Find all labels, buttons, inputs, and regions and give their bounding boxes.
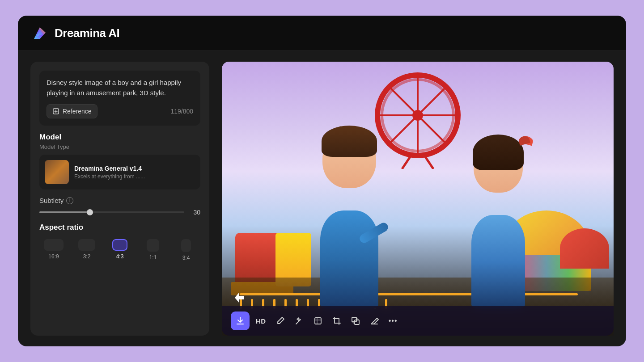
aspect-box-16-9 bbox=[44, 239, 64, 251]
aspect-ratio-section: Aspect ratio 16:9 3:2 4:3 bbox=[39, 223, 200, 261]
aspect-label-16-9: 16:9 bbox=[48, 253, 59, 260]
more-button[interactable]: ••• bbox=[385, 313, 401, 329]
aspect-box-1-1 bbox=[147, 239, 159, 252]
aspect-label-3-4: 3:4 bbox=[182, 255, 190, 261]
resize-icon bbox=[351, 316, 360, 325]
aspect-ratio-title: Aspect ratio bbox=[39, 223, 200, 232]
eraser-icon bbox=[370, 316, 379, 325]
model-info: Dreamina General v1.4 Excels at everythi… bbox=[74, 165, 145, 180]
image-container: HD bbox=[222, 62, 614, 336]
pencil-icon bbox=[276, 316, 285, 325]
model-section-title: Model bbox=[39, 133, 200, 142]
aspect-option-4-3[interactable]: 4:3 bbox=[106, 239, 134, 261]
prompt-text: Disney style image of a boy and a girl h… bbox=[47, 78, 193, 98]
expand-icon bbox=[314, 316, 322, 325]
edit-button[interactable] bbox=[272, 313, 288, 329]
prompt-area: Disney style image of a boy and a girl h… bbox=[39, 71, 200, 126]
subtlety-slider-track bbox=[39, 211, 184, 213]
aspect-option-1-1[interactable]: 1:1 bbox=[139, 239, 167, 261]
prompt-footer: Reference 119/800 bbox=[47, 104, 193, 118]
download-icon bbox=[235, 316, 245, 326]
subtlety-label: Subtlety bbox=[39, 197, 64, 204]
char-count: 119/800 bbox=[170, 108, 193, 115]
girl-character bbox=[453, 130, 543, 309]
crop-icon bbox=[332, 316, 341, 325]
right-panel: HD bbox=[222, 62, 614, 336]
subtlety-slider-row: 30 bbox=[39, 209, 200, 216]
svg-line-8 bbox=[402, 156, 411, 169]
svg-rect-12 bbox=[355, 320, 359, 324]
svg-rect-10 bbox=[315, 318, 321, 324]
aspect-label-1-1: 1:1 bbox=[149, 254, 157, 261]
hd-button[interactable]: HD bbox=[252, 315, 270, 328]
aspect-box-3-4 bbox=[181, 239, 191, 252]
main-content: Disney style image of a boy and a girl h… bbox=[18, 51, 626, 346]
aspect-option-3-2[interactable]: 3:2 bbox=[72, 239, 101, 261]
model-section: Model Model Type Dreamina General v1.4 E… bbox=[39, 133, 200, 189]
resize-button[interactable] bbox=[347, 313, 364, 329]
download-button[interactable] bbox=[231, 311, 250, 330]
aspect-label-4-3: 4:3 bbox=[116, 253, 124, 260]
expand-button[interactable] bbox=[310, 313, 326, 329]
model-section-subtitle: Model Type bbox=[39, 143, 200, 150]
magic-icon bbox=[295, 316, 304, 325]
aspect-ratio-grid: 16:9 3:2 4:3 1:1 bbox=[39, 239, 200, 261]
header: Dreamina AI bbox=[18, 16, 626, 51]
aspect-box-4-3 bbox=[112, 239, 127, 251]
reference-icon bbox=[52, 108, 59, 115]
subtlety-info-icon[interactable]: i bbox=[66, 197, 73, 204]
boy-character bbox=[300, 121, 398, 309]
aspect-box-3-2 bbox=[78, 239, 95, 251]
crop-button[interactable] bbox=[329, 313, 345, 329]
model-thumbnail bbox=[45, 160, 69, 184]
model-card[interactable]: Dreamina General v1.4 Excels at everythi… bbox=[39, 155, 200, 189]
model-name: Dreamina General v1.4 bbox=[74, 165, 145, 172]
svg-rect-11 bbox=[352, 317, 356, 322]
aspect-option-16-9[interactable]: 16:9 bbox=[39, 239, 68, 261]
reference-button[interactable]: Reference bbox=[47, 104, 97, 118]
svg-point-7 bbox=[412, 110, 423, 121]
aspect-label-3-2: 3:2 bbox=[83, 253, 91, 260]
park-background bbox=[222, 62, 614, 336]
more-dots-icon: ••• bbox=[389, 317, 398, 325]
eraser-button[interactable] bbox=[366, 313, 382, 329]
magic-button[interactable] bbox=[291, 313, 307, 329]
app-title: Dreamina AI bbox=[55, 26, 119, 40]
svg-line-9 bbox=[424, 156, 433, 169]
model-description: Excels at everything from ...... bbox=[74, 173, 145, 180]
app-container: Dreamina AI Disney style image of a boy … bbox=[18, 16, 626, 346]
image-toolbar: HD bbox=[222, 306, 614, 336]
subtlety-header: Subtlety i bbox=[39, 197, 200, 204]
subtlety-section: Subtlety i 30 bbox=[39, 197, 200, 216]
aspect-option-3-4[interactable]: 3:4 bbox=[172, 239, 200, 261]
subtlety-value: 30 bbox=[190, 209, 200, 216]
left-panel: Disney style image of a boy and a girl h… bbox=[30, 62, 209, 336]
logo-icon bbox=[30, 24, 49, 42]
